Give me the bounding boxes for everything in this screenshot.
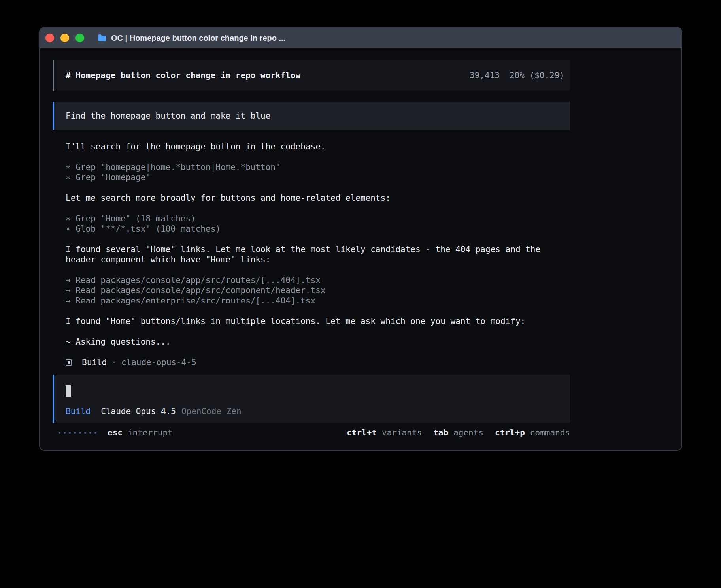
spinner-dots — [59, 432, 96, 434]
tool-call-read: → Read packages/enterprise/src/routes/[.… — [66, 296, 570, 306]
shortcut-commands: ctrl+p commands — [495, 428, 570, 438]
close-button[interactable] — [45, 34, 54, 42]
tool-call-glob: ∗ Glob "**/*.tsx" (100 matches) — [66, 224, 570, 234]
folder-icon — [97, 33, 107, 43]
shortcut-key: tab — [433, 428, 448, 438]
agent-separator: · — [111, 357, 117, 368]
model-provider: OpenCode Zen — [181, 406, 242, 416]
tool-call-read: → Read packages/console/app/src/componen… — [66, 285, 570, 296]
model-row: Build Claude Opus 4.5 OpenCode Zen — [66, 406, 559, 416]
shortcut-label: agents — [453, 428, 483, 438]
user-message-text: Find the homepage button and make it blu… — [66, 111, 270, 121]
tool-call-grep: ∗ Grep "homepage|home.*button|Home.*butt… — [66, 162, 570, 172]
traffic-lights — [45, 34, 84, 42]
assistant-text: I found several "Home" links. Let me loo… — [66, 244, 570, 265]
titlebar[interactable]: OC | Homepage button color change in rep… — [40, 28, 681, 48]
terminal-content: # Homepage button color change in repo w… — [40, 48, 681, 438]
session-header: # Homepage button color change in repo w… — [53, 60, 570, 91]
assistant-text: I'll search for the homepage button in t… — [66, 141, 570, 152]
session-title: # Homepage button color change in repo w… — [66, 71, 300, 80]
terminal-window: OC | Homepage button color change in rep… — [39, 27, 682, 451]
context-cost: 20% ($0.29) — [510, 71, 564, 80]
shortcut-label: variants — [382, 428, 422, 438]
agent-mode-label[interactable]: Build — [66, 406, 91, 416]
agent-model: claude-opus-4-5 — [121, 357, 196, 368]
user-message: Find the homepage button and make it blu… — [53, 102, 570, 130]
prompt-input[interactable]: Build Claude Opus 4.5 OpenCode Zen — [53, 375, 570, 423]
shortcut-key: ctrl+p — [495, 428, 525, 438]
status-bar: esc interrupt ctrl+t variants tab agents… — [53, 428, 570, 438]
window-title: OC | Homepage button color change in rep… — [111, 34, 285, 43]
zoom-button[interactable] — [75, 34, 84, 42]
tool-call-grep: ∗ Grep "Home" (18 matches) — [66, 213, 570, 224]
tool-call-read: → Read packages/console/app/src/routes/[… — [66, 275, 570, 285]
minimize-button[interactable] — [60, 34, 69, 42]
tool-call-group: ∗ Grep "homepage|home.*button|Home.*butt… — [66, 162, 570, 183]
tool-call-grep: ∗ Grep "Homepage" — [66, 172, 570, 183]
assistant-text: I found "Home" buttons/links in multiple… — [66, 316, 570, 326]
assistant-text: Let me search more broadly for buttons a… — [66, 193, 570, 203]
shortcut-agents: tab agents — [433, 428, 483, 438]
agent-name: Build — [82, 357, 107, 368]
status-text: ~ Asking questions... — [66, 337, 570, 347]
shortcut-variants: ctrl+t variants — [347, 428, 422, 438]
agent-icon — [66, 359, 72, 366]
text-cursor — [66, 385, 71, 397]
token-count: 39,413 — [470, 71, 500, 80]
agent-status: Build · claude-opus-4-5 — [66, 357, 570, 368]
session-stats: 39,413 20% ($0.29) — [470, 71, 564, 80]
shortcut-key: ctrl+t — [347, 428, 377, 438]
conversation: I'll search for the homepage button in t… — [53, 141, 570, 368]
tool-call-group: → Read packages/console/app/src/routes/[… — [66, 275, 570, 306]
shortcut-label: commands — [530, 428, 570, 438]
shortcut-key-esc: esc — [108, 428, 123, 438]
shortcut-label-interrupt: interrupt — [128, 428, 173, 438]
tool-call-group: ∗ Grep "Home" (18 matches) ∗ Glob "**/*.… — [66, 213, 570, 234]
model-name: Claude Opus 4.5 — [101, 406, 176, 416]
